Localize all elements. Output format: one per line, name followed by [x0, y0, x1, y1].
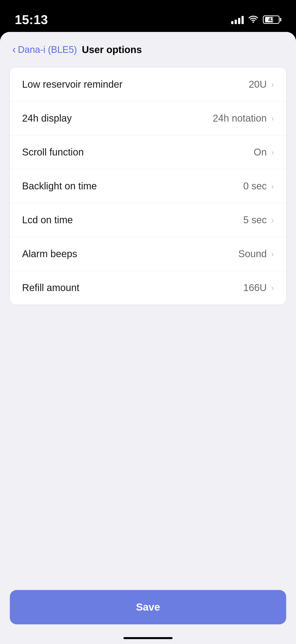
setting-value-low-reservoir: 20U	[249, 79, 267, 90]
setting-row-scroll-function[interactable]: Scroll function On ›	[10, 135, 286, 169]
setting-label-low-reservoir: Low reservoir reminder	[22, 79, 122, 90]
setting-row-lcd-on-time[interactable]: Lcd on time 5 sec ›	[10, 203, 286, 237]
setting-value-24h-display: 24h notation	[213, 113, 267, 124]
chevron-right-icon-backlight-on-time: ›	[271, 181, 274, 191]
setting-label-24h-display: 24h display	[22, 113, 72, 124]
back-button[interactable]: ‹ Dana-i (BLE5)	[12, 44, 77, 55]
home-indicator	[123, 637, 173, 639]
status-bar: 15:13 43	[0, 0, 296, 32]
save-button-container: Save	[10, 590, 286, 624]
page-title: User options	[82, 44, 142, 55]
setting-value-group-24h-display: 24h notation ›	[213, 113, 274, 124]
chevron-right-icon-24h-display: ›	[271, 114, 274, 123]
setting-value-group-alarm-beeps: Sound ›	[238, 248, 274, 259]
setting-value-group-scroll-function: On ›	[254, 147, 274, 158]
setting-row-alarm-beeps[interactable]: Alarm beeps Sound ›	[10, 237, 286, 271]
chevron-right-icon-alarm-beeps: ›	[271, 249, 274, 259]
status-time: 15:13	[15, 12, 48, 27]
nav-bar: ‹ Dana-i (BLE5) User options	[0, 32, 296, 60]
chevron-right-icon-low-reservoir: ›	[271, 80, 274, 89]
setting-value-group-low-reservoir: 20U ›	[249, 79, 274, 90]
save-button[interactable]: Save	[10, 590, 286, 624]
setting-row-refill-amount[interactable]: Refill amount 166U ›	[10, 271, 286, 304]
settings-card: Low reservoir reminder 20U › 24h display…	[10, 68, 286, 304]
setting-label-lcd-on-time: Lcd on time	[22, 214, 73, 226]
main-content: ‹ Dana-i (BLE5) User options Low reservo…	[0, 32, 296, 644]
status-icons: 43	[231, 14, 281, 25]
back-chevron-icon: ‹	[12, 44, 16, 55]
setting-value-scroll-function: On	[254, 147, 267, 158]
setting-value-alarm-beeps: Sound	[238, 248, 267, 259]
setting-value-group-lcd-on-time: 5 sec ›	[243, 214, 274, 226]
setting-value-lcd-on-time: 5 sec	[243, 214, 267, 226]
setting-value-group-refill-amount: 166U ›	[243, 282, 274, 293]
wifi-icon	[248, 14, 259, 25]
setting-row-low-reservoir[interactable]: Low reservoir reminder 20U ›	[10, 68, 286, 102]
setting-label-refill-amount: Refill amount	[22, 282, 79, 293]
signal-icon	[231, 15, 244, 24]
setting-label-scroll-function: Scroll function	[22, 147, 84, 158]
back-label: Dana-i (BLE5)	[18, 44, 77, 55]
setting-label-alarm-beeps: Alarm beeps	[22, 248, 77, 259]
chevron-right-icon-refill-amount: ›	[271, 283, 274, 292]
chevron-right-icon-scroll-function: ›	[271, 147, 274, 157]
setting-value-group-backlight-on-time: 0 sec ›	[243, 180, 274, 192]
setting-value-backlight-on-time: 0 sec	[243, 180, 267, 192]
setting-row-24h-display[interactable]: 24h display 24h notation ›	[10, 102, 286, 135]
setting-label-backlight-on-time: Backlight on time	[22, 180, 97, 192]
battery-icon: 43	[263, 16, 281, 24]
setting-value-refill-amount: 166U	[243, 282, 267, 293]
chevron-right-icon-lcd-on-time: ›	[271, 215, 274, 225]
setting-row-backlight-on-time[interactable]: Backlight on time 0 sec ›	[10, 169, 286, 203]
